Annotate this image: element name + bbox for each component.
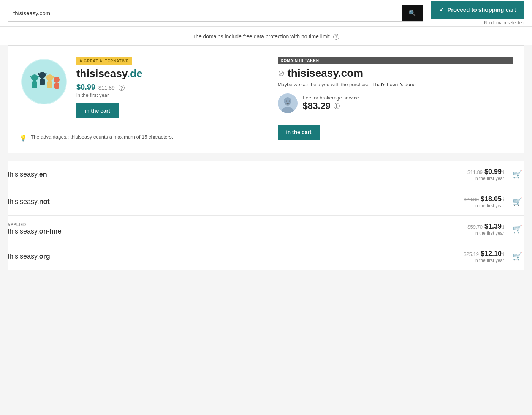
- taken-badge: DOMAIN IS TAKEN: [278, 57, 513, 64]
- domain-new-price: $0.99: [483, 168, 502, 175]
- domain-list: thisiseasy.en$11.89 $0.99ℹin the first y…: [8, 161, 524, 270]
- no-domain-text: No domain selected: [484, 20, 524, 25]
- domain-price-period: in the first year: [464, 203, 504, 208]
- domain-base-text: thisiseasy.: [8, 198, 39, 205]
- svg-point-19: [285, 100, 287, 101]
- taken-domain-card: DOMAIN IS TAKEN ⊘ thisiseasy.com Maybe w…: [266, 45, 525, 153]
- notice-text: The domains include free data protection…: [193, 33, 331, 39]
- domain-pricing: $25.19 $12.10ℹin the first year: [464, 250, 504, 263]
- svg-rect-9: [54, 83, 59, 89]
- domain-base-text: thisiseasy.: [8, 227, 39, 235]
- notice-bar: The domains include free data protection…: [0, 27, 532, 45]
- domain-old-price: $25.19: [464, 251, 479, 257]
- add-to-cart-button-left[interactable]: in the cart: [76, 103, 119, 118]
- domain-tld: .de: [127, 68, 142, 79]
- add-to-cart-icon[interactable]: 🛒: [510, 250, 524, 262]
- svg-rect-5: [40, 79, 45, 85]
- domain-price-period: in the first year: [464, 258, 504, 263]
- add-to-cart-icon[interactable]: 🛒: [510, 223, 524, 235]
- domain-info-icon[interactable]: ℹ: [502, 169, 504, 175]
- svg-point-20: [288, 100, 290, 101]
- domain-old-price: $59.70: [467, 224, 483, 230]
- taken-domain-name: thisiseasy.com: [288, 67, 363, 79]
- add-to-cart-button-right[interactable]: in the cart: [278, 125, 320, 140]
- price-row: $0.99 $11.89 ?: [76, 83, 255, 92]
- search-icon: 🔍: [408, 10, 416, 16]
- domain-tld-text: not: [39, 198, 50, 205]
- domain-price-period: in the first year: [467, 230, 504, 236]
- proceed-area: ✓ Proceed to shopping cart No domain sel…: [431, 1, 524, 25]
- broker-fee-label: Fee for brokerage service: [303, 95, 359, 101]
- broker-avatar: [278, 93, 298, 113]
- domain-tld-text: en: [39, 170, 47, 178]
- broker-price-tooltip[interactable]: ℹ: [334, 103, 340, 109]
- domain-list-label: thisiseasy.not: [8, 198, 464, 206]
- alternative-domain-card: A GREAT ALTERNATIVE thisiseasy.de $0.99 …: [8, 45, 266, 153]
- svg-point-8: [54, 77, 60, 83]
- domain-pricing: $26.38 $18.05ℹin the first year: [464, 195, 504, 208]
- domain-tld-text: on-line: [39, 227, 62, 235]
- checkmark-icon: ✓: [439, 6, 444, 13]
- card-left-top: A GREAT ALTERNATIVE thisiseasy.de $0.99 …: [19, 57, 255, 118]
- domain-tag: APPLIED: [8, 222, 467, 227]
- alternative-badge: A GREAT ALTERNATIVE: [76, 57, 132, 65]
- domain-price-row: $59.70 $1.39ℹ: [467, 222, 504, 230]
- price-period: in the first year: [76, 92, 255, 98]
- brokerage-link[interactable]: That's how it's done: [372, 82, 416, 87]
- domain-info-icon[interactable]: ℹ: [502, 251, 504, 257]
- domain-price-row: $25.19 $12.10ℹ: [464, 250, 504, 258]
- domain-info-icon[interactable]: ℹ: [502, 224, 504, 230]
- broker-info: Fee for brokerage service $83.29 ℹ: [303, 95, 359, 111]
- domain-pricing: $11.89 $0.99ℹin the first year: [467, 168, 504, 181]
- domain-old-price: $26.38: [464, 197, 479, 202]
- domain-base-text: thisiseasy.: [8, 170, 39, 178]
- brokerage-section: Fee for brokerage service $83.29 ℹ: [278, 93, 513, 113]
- domain-list-item: thisiseasy.en$11.89 $0.99ℹin the first y…: [8, 161, 524, 188]
- featured-cards: A GREAT ALTERNATIVE thisiseasy.de $0.99 …: [8, 45, 524, 153]
- advantage-text: The advantages.: thisiseasy counts a max…: [31, 134, 173, 140]
- page-header: thisiseasy.com 🔍 ✓ Proceed to shopping c…: [0, 0, 532, 27]
- bulb-icon: 💡: [19, 134, 27, 142]
- domain-list-label: thisiseasy.org: [8, 252, 464, 260]
- card-divider: [19, 126, 255, 126]
- proceed-btn-label: Proceed to shopping cart: [447, 6, 516, 13]
- domain-price-period: in the first year: [467, 176, 504, 181]
- taken-domain-row: ⊘ thisiseasy.com: [278, 67, 513, 79]
- search-input[interactable]: thisiseasy.com: [8, 5, 402, 21]
- brokerage-help-text: Maybe we can help you with the purchase.…: [278, 82, 513, 87]
- search-button[interactable]: 🔍: [402, 5, 423, 21]
- card-left-details: A GREAT ALTERNATIVE thisiseasy.de $0.99 …: [76, 57, 255, 118]
- svg-rect-3: [32, 81, 37, 88]
- add-to-cart-icon[interactable]: 🛒: [510, 168, 524, 180]
- current-price: $0.99: [76, 83, 95, 92]
- domain-list-label: thisiseasy.en: [8, 170, 467, 178]
- domain-base: thisiseasy: [76, 68, 127, 79]
- domain-old-price: $11.89: [467, 169, 483, 175]
- proceed-to-cart-button[interactable]: ✓ Proceed to shopping cart: [431, 1, 524, 19]
- domain-new-price: $12.10: [479, 250, 502, 257]
- svg-point-21: [285, 103, 290, 106]
- domain-info-icon[interactable]: ℹ: [502, 197, 504, 202]
- domain-new-price: $18.05: [479, 195, 502, 203]
- domain-new-price: $1.39: [483, 222, 502, 230]
- domain-list-item: thisiseasy.org$25.19 $12.10ℹin the first…: [8, 243, 524, 270]
- domain-base-text: thisiseasy.: [8, 252, 39, 260]
- domain-list-label: APPLIEDthisiseasy.on-line: [8, 222, 467, 235]
- broker-price: $83.29 ℹ: [303, 101, 359, 111]
- search-bar: thisiseasy.com 🔍: [8, 5, 423, 22]
- alternative-domain-name: thisiseasy.de: [76, 68, 255, 80]
- old-price: $11.89: [98, 85, 115, 91]
- illustration-image: [19, 57, 69, 106]
- domain-price-row: $26.38 $18.05ℹ: [464, 195, 504, 203]
- svg-rect-7: [47, 81, 52, 88]
- domain-list-item: thisiseasy.not$26.38 $18.05ℹin the first…: [8, 188, 524, 216]
- domain-pricing: $59.70 $1.39ℹin the first year: [467, 222, 504, 236]
- add-to-cart-icon[interactable]: 🛒: [510, 196, 524, 208]
- notice-tooltip-icon[interactable]: ?: [333, 34, 339, 40]
- domain-price-row: $11.89 $0.99ℹ: [467, 168, 504, 176]
- price-tooltip-icon[interactable]: ?: [119, 85, 125, 91]
- taken-icon: ⊘: [278, 68, 285, 78]
- advantage-section: 💡 The advantages.: thisiseasy counts a m…: [19, 134, 255, 142]
- domain-tld-text: org: [39, 252, 50, 260]
- domain-list-item: APPLIEDthisiseasy.on-line$59.70 $1.39ℹin…: [8, 216, 524, 243]
